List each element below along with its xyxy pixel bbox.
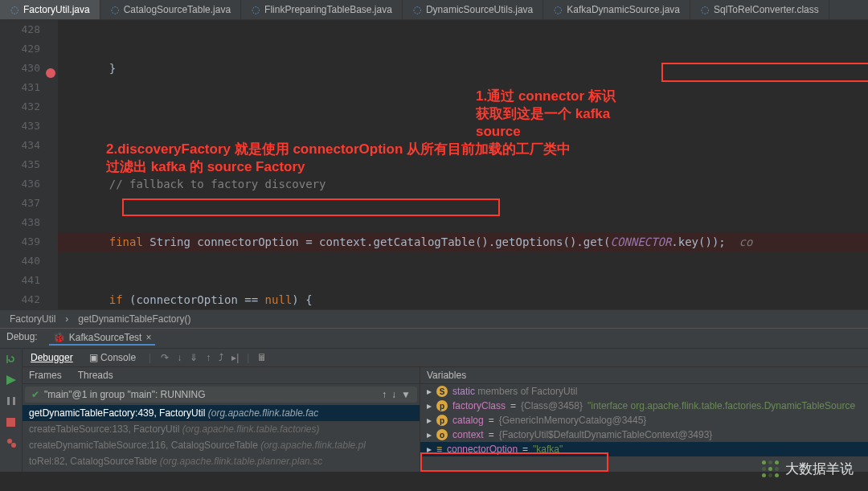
watermark-text: 大数据羊说 (785, 460, 854, 478)
tab-sqltorelconverter[interactable]: ◌ SqlToRelConverter.class (690, 0, 829, 19)
variables-panel: Variables ▸ S static members of FactoryU… (420, 367, 868, 472)
expand-icon[interactable]: ▸ (427, 386, 432, 397)
stack-frame[interactable]: toRel:82, CatalogSourceTable (org.apache… (23, 453, 420, 469)
code-kw: null (265, 293, 293, 306)
expand-icon[interactable]: ▸ (427, 429, 432, 440)
debug-session-tab[interactable]: 🐞 KafkaSourceTest × (49, 331, 156, 346)
bug-icon: 🐞 (53, 332, 65, 343)
svg-rect-2 (13, 397, 15, 405)
tab-label: SqlToRelConverter.class (714, 4, 819, 15)
expand-icon[interactable]: ▸ (427, 400, 432, 411)
stack-frame[interactable]: createDynamicTableSource:116, CatalogSou… (23, 437, 420, 453)
inline-hint: co (726, 235, 753, 248)
tab-flinkpreparing[interactable]: ◌ FlinkPreparingTableBase.java (241, 0, 403, 19)
debug-session-name: KafkaSourceTest (69, 332, 142, 343)
var-value: "kafka" (533, 444, 563, 455)
code-editor[interactable]: } // fallback to factory discovery final… (58, 20, 868, 309)
code-text: ) { (292, 293, 312, 306)
var-eq: = (489, 429, 494, 440)
step-out-icon[interactable]: ↑ (206, 352, 211, 363)
line-number: 437 (0, 194, 40, 213)
line-number: 430 (0, 59, 40, 78)
view-breakpoints-button[interactable] (4, 436, 18, 450)
prev-frame-icon[interactable]: ↑ (382, 389, 387, 400)
resume-button[interactable] (4, 373, 18, 387)
frame-text: getDynamicTableFactory:439, FactoryUtil (29, 407, 205, 419)
variable-row[interactable]: ▸ o context = {FactoryUtil$DefaultDynami… (420, 428, 868, 442)
filter-icon[interactable]: ▼ (401, 389, 411, 400)
expand-icon[interactable]: ▸ (427, 444, 432, 455)
run-to-cursor-icon[interactable]: ▸| (231, 352, 239, 363)
evaluate-icon[interactable]: 🖩 (257, 352, 267, 363)
tab-label: Console (100, 352, 136, 363)
list-badge-icon: ≡ (436, 444, 442, 455)
variable-row[interactable]: ▸ S static members of FactoryUtil (420, 384, 868, 399)
java-class-icon: ◌ (700, 5, 710, 14)
var-name: static (452, 386, 475, 397)
step-over-icon[interactable]: ↷ (161, 352, 169, 363)
next-frame-icon[interactable]: ↓ (391, 389, 396, 400)
variable-row[interactable]: ▸ p catalog = {GenericInMemoryCatalog@34… (420, 413, 868, 428)
var-name: catalog (452, 415, 484, 426)
line-number: 431 (0, 78, 40, 97)
obj-badge-icon: o (436, 429, 448, 440)
code-text: .key()); (671, 235, 725, 248)
variable-row[interactable]: ▸ p factoryClass = {Class@3458} "interfa… (420, 399, 868, 413)
pause-button[interactable] (4, 394, 18, 408)
check-icon: ✔ (31, 389, 39, 400)
debug-header: Debug: 🐞 KafkaSourceTest × (0, 328, 868, 348)
var-eq: = (489, 415, 494, 426)
debugger-tabs: Debugger ▣ Console | ↷ ↓ ⇓ ↑ ⤴ ▸| | 🖩 (23, 349, 868, 367)
frame-text: createDynamicTableSource:116, CatalogSou… (29, 440, 258, 451)
annotation-text: 1.通过 connector 标识 获取到这是一个 kafka source (476, 88, 741, 141)
annotation-text: 2.discoveryFactory 就是使用 connectorOption … (106, 141, 669, 176)
expand-icon[interactable]: ▸ (427, 415, 432, 426)
frame-text: createTableSource:133, FactoryUtil (29, 423, 179, 435)
tab-debugger[interactable]: Debugger (27, 350, 76, 365)
tab-console[interactable]: ▣ Console (86, 350, 139, 365)
breadcrumb-file[interactable]: FactoryUtil (10, 313, 55, 325)
stack-frame[interactable]: createTableSource:133, FactoryUtil (org.… (23, 421, 420, 437)
editor-area: 428 429 430 431 432 433 434 435 436 437 … (0, 20, 868, 309)
step-controls: ↷ ↓ ⇓ ↑ ⤴ ▸| | 🖩 (161, 352, 267, 363)
annotation-box (122, 198, 500, 216)
static-badge-icon: S (436, 386, 448, 397)
tab-label: FactoryUtil.java (23, 4, 90, 15)
param-badge-icon: p (436, 400, 448, 411)
var-eq: = (510, 400, 516, 411)
line-number: 433 (0, 117, 40, 136)
code-text: connectorOption = context.getCatalogTabl… (197, 235, 610, 248)
thread-selector[interactable]: ✔ "main"@1 in group "main": RUNNING ↑ ↓ … (25, 387, 417, 403)
tab-kafkadynamicsource[interactable]: ◌ KafkaDynamicSource.java (543, 0, 690, 19)
rerun-button[interactable] (4, 352, 18, 366)
code-kw: if (109, 293, 129, 306)
line-number: 438 (0, 213, 40, 232)
line-number: 429 (0, 39, 40, 59)
tab-dynamicsourceutils[interactable]: ◌ DynamicSourceUtils.java (403, 0, 543, 19)
wechat-logo-icon (762, 460, 779, 477)
line-gutter: 428 429 430 431 432 433 434 435 436 437 … (0, 20, 58, 309)
debug-split: Frames Threads ✔ "main"@1 in group "main… (23, 367, 868, 472)
svg-point-4 (7, 439, 12, 444)
breakpoint-icon[interactable] (46, 68, 55, 78)
tab-factoryutil[interactable]: ◌ FactoryUtil.java (0, 0, 100, 19)
step-into-icon[interactable]: ↓ (177, 352, 182, 363)
java-class-icon: ◌ (110, 5, 120, 14)
stop-button[interactable] (4, 415, 18, 429)
force-step-into-icon[interactable]: ⇓ (190, 352, 198, 363)
variable-row[interactable]: ▸ ≡ connectorOption = "kafka" (420, 442, 868, 456)
breadcrumb-sep: › (65, 313, 68, 325)
drop-frame-icon[interactable]: ⤴ (219, 352, 223, 363)
tab-label: KafkaDynamicSource.java (567, 4, 680, 15)
stack-frame[interactable]: getDynamicTableFactory:439, FactoryUtil … (23, 405, 420, 421)
tab-catalogsourcetable[interactable]: ◌ CatalogSourceTable.java (100, 0, 241, 19)
close-icon[interactable]: × (145, 332, 151, 343)
threads-tab[interactable]: Threads (78, 370, 113, 381)
debug-body: Debugger ▣ Console | ↷ ↓ ⇓ ↑ ⤴ ▸| | 🖩 Fr… (0, 348, 868, 472)
debugger-panel: Debugger ▣ Console | ↷ ↓ ⇓ ↑ ⤴ ▸| | 🖩 Fr… (23, 349, 868, 472)
breadcrumb-method[interactable]: getDynamicTableFactory() (78, 313, 190, 325)
java-class-icon: ◌ (412, 5, 422, 14)
frames-tab[interactable]: Frames (29, 370, 62, 381)
debug-actions-sidebar (0, 349, 23, 472)
frames-panel: Frames Threads ✔ "main"@1 in group "main… (23, 367, 420, 472)
